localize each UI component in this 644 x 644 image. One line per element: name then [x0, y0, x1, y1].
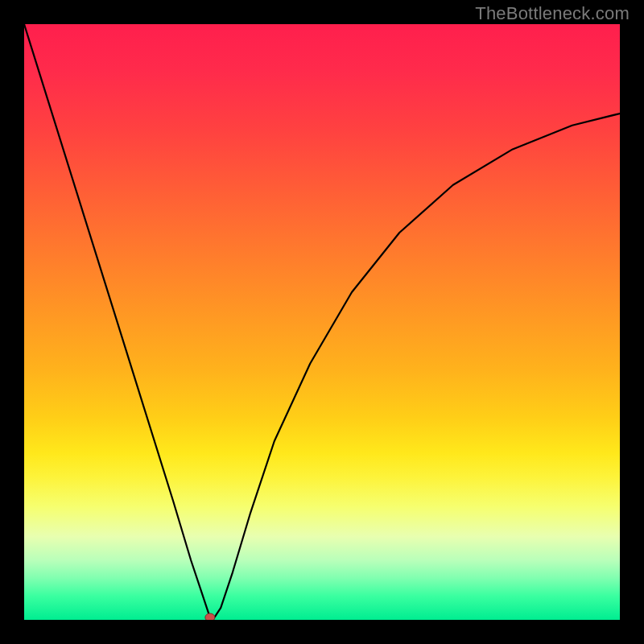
chart-frame: TheBottleneck.com — [0, 0, 644, 644]
plot-area — [24, 24, 620, 620]
bottleneck-curve — [24, 24, 620, 620]
optimum-marker — [205, 613, 215, 620]
watermark-text: TheBottleneck.com — [475, 3, 630, 24]
curve-path — [24, 24, 620, 620]
